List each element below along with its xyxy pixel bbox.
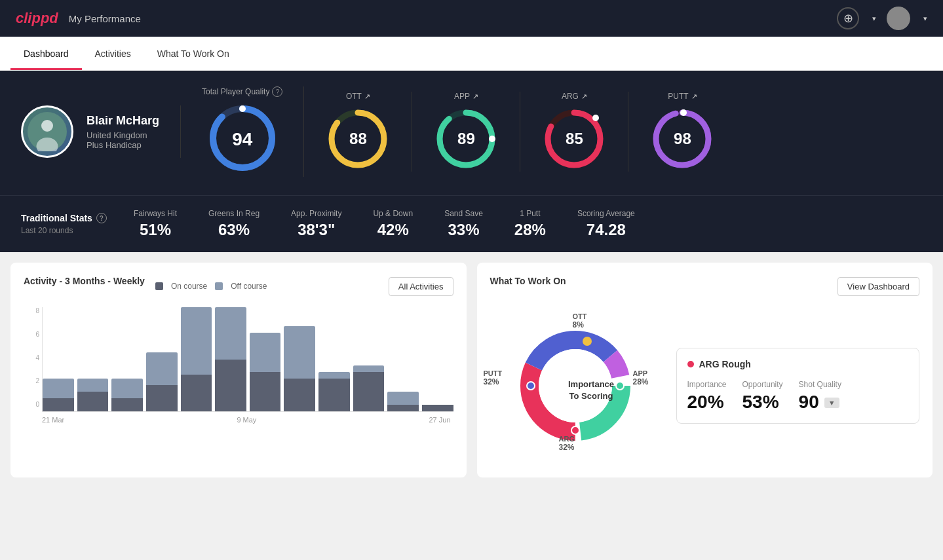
stat-value: 51%: [140, 221, 171, 239]
bar-off: [111, 379, 143, 398]
bar-on: [215, 360, 246, 412]
wtwo-stat-label: Shot Quality: [799, 380, 841, 389]
off-course-label: Off course: [231, 282, 267, 291]
arrow-icon-putt: ↗: [691, 92, 697, 101]
bar-group: [146, 307, 178, 411]
y-axis: 0 2 4 6 8: [24, 307, 39, 408]
activity-panel: Activity - 3 Months - Weekly On course O…: [10, 263, 467, 477]
all-activities-button[interactable]: All Activities: [389, 277, 453, 296]
stat-label: 1 Putt: [520, 209, 540, 218]
card-dot-icon: [687, 361, 694, 367]
stat-fairways-hit: Fairways Hit 51%: [134, 209, 177, 239]
app-value: 89: [457, 130, 475, 148]
add-button[interactable]: ⊕: [837, 7, 859, 29]
header-title: My Performance: [69, 13, 141, 24]
svg-point-23: [571, 426, 579, 434]
activity-legend: On course Off course: [155, 282, 267, 291]
wtwo-stat-value: 90: [799, 392, 819, 413]
header: clippd My Performance ⊕ ▾ ▾: [0, 0, 943, 37]
svg-point-13: [592, 115, 599, 121]
bar-group: [43, 307, 74, 411]
app-ring: 89: [433, 106, 499, 172]
bar-group: [215, 307, 246, 411]
plus-icon: ⊕: [843, 11, 853, 26]
wtwo-stat-value: 20%: [687, 392, 727, 413]
donut-chart-wrap: ImportanceTo Scoring OTT8% APP28% ARG32%…: [490, 307, 661, 464]
stat-sand-save: Sand Save 33%: [444, 209, 483, 239]
svg-point-22: [616, 382, 624, 390]
user-chevron-icon: ▾: [923, 14, 927, 23]
chart-container: 0 2 4 6 8 21 Mar 9 May 27 Jun: [24, 307, 453, 424]
stat-label: Fairways Hit: [134, 209, 177, 218]
wtwo-card-title: ARG Rough: [687, 359, 909, 369]
arrow-icon-app: ↗: [472, 92, 478, 101]
stat-value: 42%: [377, 221, 409, 239]
trad-info-icon[interactable]: ?: [96, 213, 107, 223]
tab-what-to-work-on[interactable]: What To Work On: [144, 37, 242, 70]
bar-off: [77, 379, 109, 392]
user-avatar-button[interactable]: [887, 7, 910, 30]
bar-off: [250, 333, 281, 372]
total-quality-value: 94: [232, 129, 252, 150]
arg-value: 85: [566, 130, 583, 148]
stat-value: 33%: [448, 221, 479, 239]
player-info: Blair McHarg United Kingdom Plus Handica…: [21, 105, 181, 158]
player-handicap: Plus Handicap: [87, 140, 159, 150]
bar-group: [284, 307, 315, 411]
wtwo-stat-opportunity: Opportunity 53%: [742, 380, 783, 413]
bar-on: [250, 372, 281, 411]
avatar: [887, 7, 910, 30]
svg-point-24: [527, 382, 535, 390]
total-quality: Total Player Quality ? 94: [202, 86, 304, 177]
stat-value: 28%: [514, 221, 546, 239]
arrow-icon-ott: ↗: [364, 92, 370, 101]
bar-on: [284, 379, 315, 411]
app-donut-label: APP28%: [633, 369, 649, 386]
score-label-putt: PUTT ↗: [668, 92, 697, 101]
avatar-image: [28, 112, 67, 151]
x-axis: 21 Mar 9 May 27 Jun: [42, 416, 453, 424]
x-label-mar: 21 Mar: [42, 416, 64, 424]
bars-area: [42, 307, 453, 412]
trad-label: Traditional Stats ? Last 20 rounds: [21, 213, 113, 235]
tab-dashboard[interactable]: Dashboard: [10, 37, 82, 70]
score-cards: OTT ↗ 88 APP ↗: [304, 92, 736, 172]
bottom-section: Activity - 3 Months - Weekly On course O…: [0, 252, 943, 488]
wtwo-detail-card: ARG Rough Importance 20% Opportunity 53%…: [676, 348, 920, 424]
wtwo-card-stats: Importance 20% Opportunity 53% Shot Qual…: [687, 380, 909, 413]
stat-greens-in-reg: Greens In Reg 63%: [208, 209, 260, 239]
tab-activities[interactable]: Activities: [82, 37, 144, 70]
bar-off: [387, 392, 419, 405]
bar-on: [353, 372, 385, 411]
score-card-putt: PUTT ↗ 98: [628, 92, 736, 172]
bar-group: [77, 307, 109, 411]
view-dashboard-button[interactable]: View Dashboard: [837, 277, 919, 296]
putt-donut-label: PUTT32%: [484, 369, 503, 386]
bar-group: [111, 307, 143, 411]
bar-off: [146, 352, 178, 385]
info-icon[interactable]: ?: [272, 86, 282, 97]
add-chevron-icon: ▾: [872, 14, 876, 23]
putt-value: 98: [674, 130, 691, 148]
shot-quality-badge: ▼: [824, 398, 839, 408]
trad-stats-list: Fairways Hit 51% Greens In Reg 63% App. …: [134, 209, 922, 239]
bar-off: [284, 326, 315, 379]
hero-top: Blair McHarg United Kingdom Plus Handica…: [21, 86, 922, 177]
trad-label-subtitle: Last 20 rounds: [21, 226, 113, 235]
wtwo-stat-label: Importance: [687, 380, 727, 389]
off-course-dot: [215, 282, 223, 290]
hero-section: Blair McHarg United Kingdom Plus Handica…: [0, 71, 943, 195]
score-label-ott: OTT ↗: [346, 92, 370, 101]
nav-tabs: Dashboard Activities What To Work On: [0, 37, 943, 71]
shot-quality-row: 90 ▼: [799, 392, 841, 413]
stat-label: App. Proximity: [291, 209, 341, 218]
arrow-icon-arg: ↗: [581, 92, 587, 101]
bar-on: [111, 398, 143, 411]
logo: clippd: [16, 10, 58, 27]
svg-point-16: [680, 109, 687, 116]
wtwo-stat-value: 53%: [742, 392, 783, 413]
stat-label: Greens In Reg: [208, 209, 260, 218]
score-label-app: APP ↗: [454, 92, 478, 101]
score-label-arg: ARG ↗: [562, 92, 587, 101]
player-avatar: [21, 105, 73, 158]
